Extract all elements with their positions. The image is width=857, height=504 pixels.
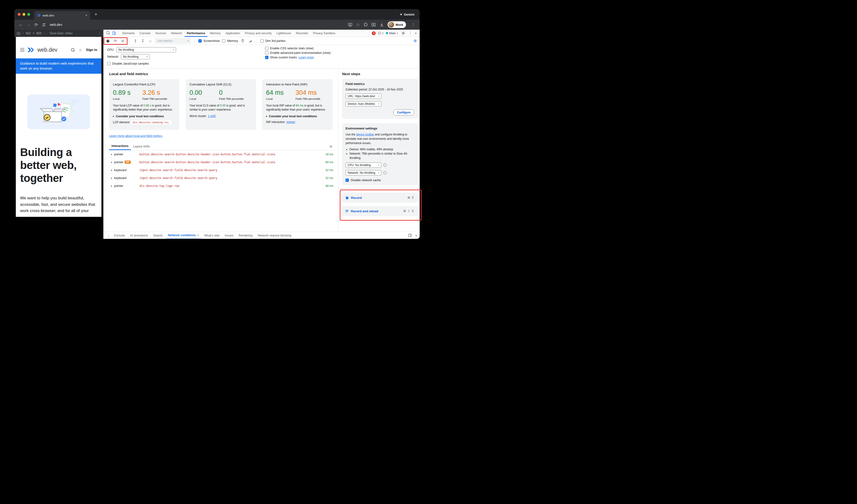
cpu-info-icon[interactable]: i [383,164,387,167]
sign-in-button[interactable]: Sign in [86,48,97,52]
devtools-tab-performance[interactable]: Performance [184,30,207,37]
devtools-tab-application[interactable]: Application [223,30,242,37]
clear-interactions-icon[interactable]: ⊘ [330,145,335,148]
disable-network-cache-checkbox[interactable]: ✓ Disable network cache [346,179,414,182]
row-expand-caret-icon[interactable]: ▸ [111,177,112,179]
lcp-element-link[interactable]: div.devsite-landing-row-ite… [131,120,172,124]
main-context-select[interactable]: Main ▾ [386,32,398,35]
drawer-tab-whats-new[interactable]: What's new [202,232,222,239]
drawer-tab-console[interactable]: Console [112,232,127,239]
capture-settings-gear-icon[interactable] [413,38,418,44]
drawer-tab-network-request-blocking[interactable]: Network request blocking [255,232,293,239]
save-profile-icon[interactable]: ↧ [140,38,146,44]
theme-toggle-icon[interactable]: ☼ [79,47,83,52]
interaction-row[interactable]: ▸ keyboard input.devsite-search-field.de… [109,174,335,182]
lcp-test-conditions-disclosure[interactable]: ▸ Consider your local test conditions [113,115,175,118]
promo-banner[interactable]: Guidance to build modern web experiences… [16,58,101,74]
back-button[interactable]: ← [17,21,24,28]
row-expand-caret-icon[interactable]: ▸ [111,153,112,155]
load-profile-icon[interactable]: ↥ [133,38,138,44]
devtools-close-icon[interactable]: × [415,31,417,35]
extensions-icon[interactable] [364,22,368,27]
devtools-tab-privacy-sandbox[interactable]: Privacy Sandbox [310,30,338,37]
interaction-row[interactable]: ▸ pointer div.devsite-top-logo-row 48 ms [109,182,335,190]
devtools-menu-icon[interactable]: ⋮ [408,31,412,35]
drawer-menu-icon[interactable]: ⋮ [106,234,111,237]
env-network-select[interactable]: Network: No throttling ▾ [346,170,381,175]
collect-garbage-icon[interactable] [240,38,246,44]
dim-3rd-parties-checkbox[interactable]: Dim 3rd parties [260,39,286,43]
network-info-icon[interactable]: i [383,171,387,174]
cls-worst-cluster-link[interactable]: 1 shift [208,114,216,118]
live-metrics-home-icon[interactable]: ⌂ [148,38,153,44]
row-expand-caret-icon[interactable]: ▸ [111,185,112,187]
interaction-row[interactable]: ▸ keyboard input.devsite-search-field.de… [109,166,335,174]
custom-tracks-checkbox[interactable]: ✓ Show custom tracks Learn more [265,56,331,59]
interaction-row[interactable]: ▸ pointer INP button.devsite-search-butt… [109,158,335,166]
inp-test-conditions-disclosure[interactable]: ▸ Consider your local test conditions [266,115,329,118]
field-url-select[interactable]: URL: https://web.dev/ ▾ [346,94,381,99]
site-brand[interactable]: web.dev [37,47,57,53]
new-tab-button[interactable]: + [93,12,99,17]
drawer-tab-issues[interactable]: Issues [222,232,236,239]
viewport-height[interactable]: 823 [37,32,41,35]
device-throttle-select[interactable]: 'Save-Data': defau [49,32,72,35]
record-icon[interactable]: ◉ [105,38,111,44]
install-icon[interactable] [348,23,352,27]
site-info-icon[interactable] [40,21,47,28]
zoom-select-caret-icon[interactable]: ▾ [44,32,45,34]
devtools-settings-gear-icon[interactable] [400,31,406,36]
bookmark-star-icon[interactable]: ☆ [356,22,359,27]
devtools-tab-recorder[interactable]: Recorder [293,30,310,37]
configure-button[interactable]: Configure [393,110,414,116]
drawer-tab-ai-assistance[interactable]: AI assistance [128,232,150,239]
screenshots-checkbox[interactable]: ✓ Screenshots [198,39,220,43]
tab-search-icon[interactable] [371,23,376,27]
devtools-tab-console[interactable]: Console [137,30,153,37]
record-and-reload-icon[interactable]: ⟳ [113,38,118,44]
devtools-tab-memory[interactable]: Memory [207,30,223,37]
gemini-button[interactable]: ✦ Gemini [400,13,416,16]
browser-tab[interactable]: web.dev × [34,11,90,20]
browser-menu-icon[interactable]: ⋮ [409,21,417,28]
inp-interaction-link[interactable]: pointer [287,120,296,124]
hamburger-menu-icon[interactable] [20,48,24,51]
row-expand-caret-icon[interactable]: ▸ [111,169,112,171]
cpu-throttling-select[interactable]: No throttling ▾ [116,47,176,52]
env-cpu-select[interactable]: CPU: No throttling ▾ [346,163,381,168]
minimize-window-button[interactable] [22,13,26,16]
interactions-tab[interactable]: Interactions [109,142,131,150]
record-and-reload-button[interactable]: ⟳ Record and reload ⌘ ⇧ E [342,206,418,216]
devtools-tab-lighthouse[interactable]: Lighthouse [274,30,293,37]
custom-tracks-learn-more-link[interactable]: Learn more [299,56,314,59]
record-button[interactable]: ◉ Record ⌘ E [342,192,418,203]
viewport-width[interactable]: 412 [26,32,31,35]
tab-close-icon[interactable]: × [85,13,87,17]
close-window-button[interactable] [18,13,21,16]
device-toolbar-menu-icon[interactable]: ⋮ [98,31,101,35]
dock-side-icon[interactable] [408,234,412,237]
device-preset-caret-icon[interactable]: ▾ [22,32,24,34]
maximize-window-button[interactable] [27,13,30,16]
devtools-tab-elements[interactable]: Elements [120,30,137,37]
row-expand-caret-icon[interactable]: ▸ [111,161,112,164]
learn-more-metrics-link[interactable]: Learn more about local and field metrics [109,134,162,138]
search-icon[interactable] [71,48,75,52]
devtools-tab-sources[interactable]: Sources [153,30,169,37]
error-count-badge[interactable]: 1 [372,31,376,35]
address-bar[interactable]: web.dev [50,23,62,27]
css-selector-stats-checkbox[interactable]: Enable CSS selector stats (slow) [265,47,331,50]
drawer-tab-rendering[interactable]: Rendering [236,232,255,239]
device-toolbar-toggle-icon[interactable] [111,31,117,36]
profile-chip[interactable]: Work [388,21,406,28]
device-preset-icon[interactable] [17,32,20,35]
drawer-tab-network-conditions[interactable]: Network conditions × [166,232,201,239]
memory-checkbox[interactable]: Memory [222,39,238,43]
network-throttle-icon[interactable] [248,38,253,44]
devtools-tab-privacy-security[interactable]: Privacy and security [242,30,274,37]
forward-button[interactable]: → [25,21,32,28]
network-throttling-select[interactable]: No throttling ▾ [121,54,150,60]
drawer-tab-close-icon[interactable]: × [197,234,199,237]
field-device-select[interactable]: Device: Auto (Mobile) ▾ [346,101,381,106]
devtools-tab-network[interactable]: Network [169,30,184,37]
